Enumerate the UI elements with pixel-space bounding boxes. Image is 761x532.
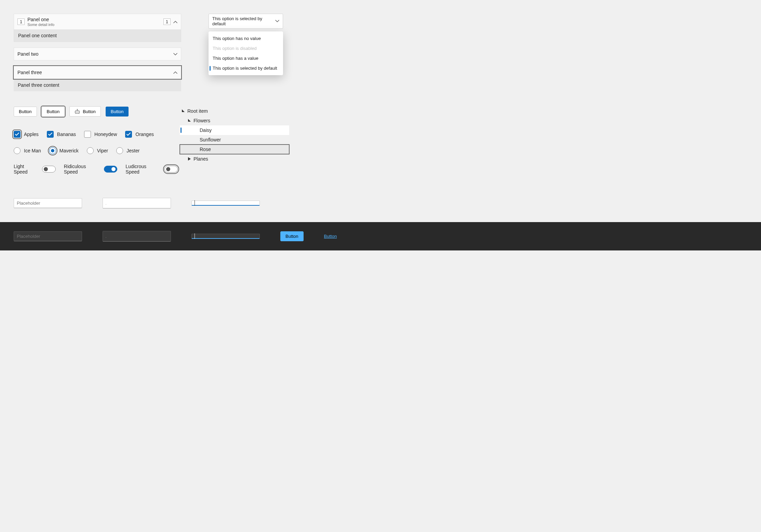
dark-link[interactable]: Button bbox=[324, 234, 337, 239]
tree: Root item Flowers Daisy Sunflower Rose bbox=[180, 106, 289, 164]
tree-item-sunflower[interactable]: Sunflower bbox=[180, 135, 289, 145]
select-listbox: This option has no value This option is … bbox=[209, 31, 283, 75]
radio-viper-label: Viper bbox=[97, 148, 108, 153]
dark-input-placeholder[interactable] bbox=[14, 231, 82, 241]
checkbox-apples[interactable]: Apples bbox=[14, 131, 39, 138]
select-option-3[interactable]: This option is selected by default bbox=[209, 63, 283, 73]
select-option-2[interactable]: This option has a value bbox=[209, 53, 283, 63]
tree-item-flowers[interactable]: Flowers bbox=[180, 116, 289, 125]
checkbox-apples-label: Apples bbox=[24, 132, 39, 137]
triangle-collapsed-icon bbox=[188, 157, 191, 161]
switch-light-toggle[interactable] bbox=[42, 166, 55, 173]
triangle-expanded-icon bbox=[188, 119, 191, 122]
robot-icon bbox=[106, 234, 106, 239]
checkbox-apples-box bbox=[14, 131, 21, 138]
input-placeholder[interactable] bbox=[14, 198, 82, 208]
dark-input-with-icon-field[interactable] bbox=[109, 233, 168, 239]
checkbox-bananas-box bbox=[47, 131, 54, 138]
checkbox-honeydew[interactable]: Honeydew bbox=[84, 131, 117, 138]
accordion-item-3: Panel three bbox=[14, 66, 181, 79]
tree-rose-label: Rose bbox=[200, 147, 211, 152]
robot-icon bbox=[106, 201, 106, 206]
tree-flowers-label: Flowers bbox=[193, 118, 210, 123]
switch-ridiculous[interactable]: Ridiculous Speed bbox=[64, 164, 118, 175]
checkbox-honeydew-label: Honeydew bbox=[94, 132, 117, 137]
button-icon-label: Button bbox=[83, 109, 96, 114]
radio-maverick[interactable]: Maverick bbox=[49, 147, 79, 154]
accordion-item-2: Panel two bbox=[14, 47, 181, 60]
tree-daisy-label: Daisy bbox=[200, 127, 212, 133]
radio-iceman[interactable]: Ice Man bbox=[14, 147, 41, 154]
tree-planes-label: Planes bbox=[193, 156, 208, 162]
switch-ridiculous-toggle[interactable] bbox=[104, 166, 117, 173]
triangle-expanded-icon bbox=[182, 109, 185, 113]
panel-1-badge-right: 1 bbox=[163, 18, 171, 25]
button-focused[interactable]: Button bbox=[42, 107, 65, 117]
panel-3-content: Panel three content bbox=[14, 79, 181, 91]
tree-root-label: Root item bbox=[187, 108, 208, 114]
dark-theme-row: Button Button bbox=[0, 222, 761, 250]
panel-1-title: Panel one bbox=[27, 17, 54, 22]
radio-jester-label: Jester bbox=[126, 148, 139, 153]
switch-row: Light Speed Ridiculous Speed Ludicrous S… bbox=[14, 164, 178, 175]
robot-icon bbox=[75, 109, 80, 114]
accordion-item-1: 1 Panel one Some detail info 1 Panel one… bbox=[14, 14, 181, 42]
radio-viper[interactable]: Viper bbox=[87, 147, 108, 154]
radio-maverick-circle bbox=[49, 147, 56, 154]
radio-jester-circle bbox=[116, 147, 123, 154]
tree-sunflower-label: Sunflower bbox=[200, 137, 221, 142]
chevron-up-icon bbox=[173, 20, 177, 24]
checkbox-oranges[interactable]: Oranges bbox=[125, 131, 154, 138]
select-value: This option is selected by default bbox=[212, 16, 275, 26]
panel-2-title: Panel two bbox=[17, 51, 38, 57]
accordion-header-2[interactable]: Panel two bbox=[14, 48, 181, 60]
switch-ludicrous[interactable]: Ludicrous Speed bbox=[125, 164, 178, 175]
select-option-0[interactable]: This option has no value bbox=[209, 33, 283, 43]
tree-item-planes[interactable]: Planes bbox=[180, 154, 289, 164]
radio-iceman-circle bbox=[14, 147, 21, 154]
chevron-down-icon bbox=[275, 19, 279, 23]
chevron-down-icon bbox=[173, 52, 177, 56]
checkbox-bananas-label: Bananas bbox=[57, 132, 76, 137]
select-trigger[interactable]: This option is selected by default bbox=[209, 14, 283, 29]
input-focused[interactable] bbox=[191, 201, 260, 206]
panel-1-content: Panel one content bbox=[14, 29, 181, 42]
input-with-icon-field[interactable] bbox=[109, 200, 168, 206]
panel-1-badge-left: 1 bbox=[17, 18, 25, 25]
text-caret bbox=[195, 200, 195, 206]
tree-item-rose[interactable]: Rose bbox=[180, 145, 289, 154]
light-inputs-row bbox=[14, 198, 747, 208]
checkbox-row: Apples Bananas Honeydew Oranges bbox=[14, 131, 178, 138]
checkbox-honeydew-box bbox=[84, 131, 91, 138]
checkbox-oranges-box bbox=[125, 131, 132, 138]
select-field: This option is selected by default This … bbox=[209, 14, 283, 75]
chevron-up-icon bbox=[173, 70, 177, 74]
input-with-icon[interactable] bbox=[103, 198, 171, 208]
select-option-1: This option is disabled bbox=[209, 43, 283, 53]
checkbox-oranges-label: Oranges bbox=[135, 132, 154, 137]
radio-maverick-label: Maverick bbox=[59, 148, 79, 153]
dark-button-accent[interactable]: Button bbox=[280, 231, 304, 241]
dark-input-focused[interactable] bbox=[191, 234, 260, 239]
tree-item-root[interactable]: Root item bbox=[180, 106, 289, 116]
text-caret bbox=[195, 233, 195, 239]
checkbox-bananas[interactable]: Bananas bbox=[47, 131, 76, 138]
accordion-header-1[interactable]: 1 Panel one Some detail info 1 bbox=[14, 14, 181, 29]
buttons-row: Button Button Button Button bbox=[14, 106, 178, 117]
switch-light[interactable]: Light Speed bbox=[14, 164, 56, 175]
switch-ludicrous-toggle[interactable] bbox=[164, 166, 178, 173]
dark-input-with-icon[interactable] bbox=[103, 231, 171, 242]
radio-viper-circle bbox=[87, 147, 94, 154]
switch-ludicrous-label: Ludicrous Speed bbox=[125, 164, 161, 175]
accordion-header-3[interactable]: Panel three bbox=[14, 66, 181, 79]
panel-1-subtitle: Some detail info bbox=[27, 23, 54, 27]
radio-row: Ice Man Maverick Viper Jester bbox=[14, 147, 178, 154]
switch-light-label: Light Speed bbox=[14, 164, 39, 175]
switch-ridiculous-label: Ridiculous Speed bbox=[64, 164, 101, 175]
radio-jester[interactable]: Jester bbox=[116, 147, 139, 154]
tree-item-daisy[interactable]: Daisy bbox=[180, 125, 289, 135]
button-accent[interactable]: Button bbox=[106, 107, 129, 117]
button-default[interactable]: Button bbox=[14, 107, 37, 117]
button-icon[interactable]: Button bbox=[69, 106, 101, 117]
radio-iceman-label: Ice Man bbox=[24, 148, 41, 153]
